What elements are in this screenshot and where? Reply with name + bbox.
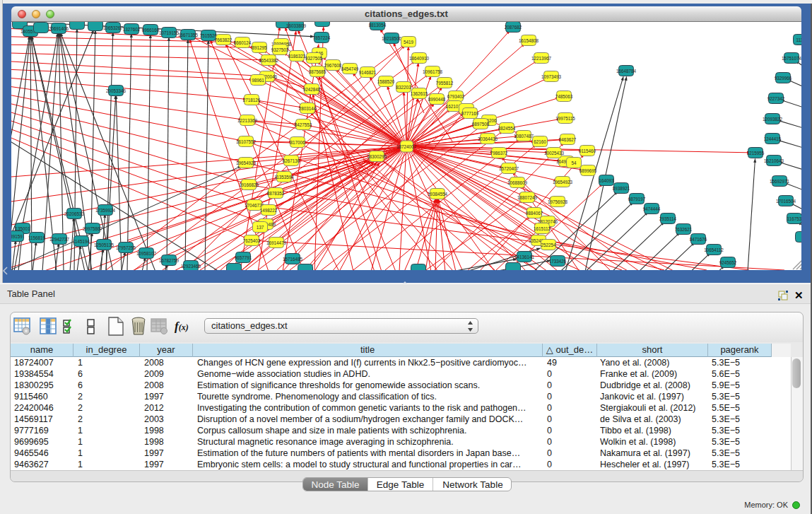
svg-text:19218506: 19218506: [382, 36, 402, 41]
svg-text:3875685: 3875685: [309, 69, 326, 74]
svg-text:1733426: 1733426: [549, 259, 567, 264]
svg-text:16107552: 16107552: [236, 139, 257, 144]
svg-text:8186323: 8186323: [288, 54, 306, 59]
svg-text:252254: 252254: [541, 243, 556, 247]
svg-text:9327505: 9327505: [305, 56, 323, 61]
svg-text:9245652: 9245652: [719, 260, 737, 265]
svg-text:7857224: 7857224: [313, 35, 331, 40]
svg-text:8813054: 8813054: [369, 23, 387, 28]
svg-text:7955812: 7955812: [436, 81, 454, 86]
svg-text:6879197: 6879197: [628, 197, 646, 201]
svg-text:9463627: 9463627: [559, 137, 577, 142]
svg-text:15720407: 15720407: [499, 166, 519, 171]
svg-text:16782759: 16782759: [159, 258, 180, 263]
svg-text:2087682: 2087682: [505, 25, 522, 30]
svg-text:8267130: 8267130: [283, 158, 300, 163]
svg-text:16033809: 16033809: [286, 23, 307, 28]
svg-text:19975115: 19975115: [555, 116, 575, 121]
svg-text:137: 137: [257, 225, 264, 230]
svg-text:9329966: 9329966: [775, 76, 792, 81]
svg-text:9115460: 9115460: [579, 148, 596, 153]
svg-text:20364436: 20364436: [478, 136, 498, 141]
svg-text:18640910: 18640910: [409, 56, 430, 61]
svg-text:1244415: 1244415: [764, 136, 782, 141]
svg-text:891295: 891295: [252, 45, 267, 50]
svg-text:12505135: 12505135: [94, 243, 114, 247]
svg-text:18724007: 18724007: [396, 144, 417, 149]
svg-text:16671355: 16671355: [178, 33, 199, 37]
svg-text:7625402: 7625402: [243, 238, 261, 243]
svg-text:7986372: 7986372: [490, 151, 508, 156]
svg-text:10653267: 10653267: [103, 25, 124, 30]
svg-text:16648784: 16648784: [616, 69, 637, 74]
svg-text:18300295: 18300295: [367, 154, 387, 159]
svg-text:17016504: 17016504: [776, 199, 796, 204]
svg-text:20053346: 20053346: [106, 88, 126, 93]
svg-text:832203: 832203: [396, 85, 411, 90]
svg-text:12093822: 12093822: [763, 117, 783, 122]
svg-text:8660124: 8660124: [234, 40, 252, 45]
svg-text:2935114: 2935114: [659, 216, 677, 221]
svg-text:817006: 817006: [290, 140, 305, 145]
svg-text:10025433: 10025433: [544, 151, 565, 156]
svg-text:2803144: 2803144: [299, 106, 317, 111]
svg-text:1588520: 1588520: [377, 79, 395, 84]
svg-text:135001: 135001: [15, 226, 30, 231]
svg-text:7632621: 7632621: [675, 227, 693, 232]
svg-text:8878352: 8878352: [267, 191, 285, 196]
svg-text:1145194: 1145194: [73, 239, 90, 244]
svg-text:9777169: 9777169: [461, 111, 479, 116]
svg-text:17957255: 17957255: [116, 245, 136, 250]
svg-text:2967608: 2967608: [324, 63, 342, 68]
svg-text:15751074: 15751074: [782, 56, 801, 61]
svg-text:15716485: 15716485: [283, 257, 303, 262]
svg-text:10719155: 10719155: [159, 30, 180, 35]
svg-text:54: 54: [571, 160, 577, 165]
svg-text:19654923: 19654923: [553, 180, 573, 185]
svg-text:10961758: 10961758: [423, 69, 443, 74]
svg-text:12213369: 12213369: [237, 118, 258, 123]
svg-text:1362615: 1362615: [411, 91, 428, 96]
svg-text:6897508: 6897508: [472, 122, 490, 127]
svg-text:10973493: 10973493: [541, 74, 562, 79]
svg-text:9146821: 9146821: [359, 70, 377, 75]
svg-text:19384554: 19384554: [428, 192, 448, 197]
svg-text:1327602: 1327602: [123, 27, 141, 32]
svg-text:8427552: 8427552: [295, 122, 312, 127]
svg-text:29975867: 29975867: [83, 226, 103, 231]
svg-text:39159: 39159: [11, 234, 23, 239]
svg-text:6793402: 6793402: [447, 94, 465, 99]
svg-text:2718126: 2718126: [243, 98, 261, 103]
svg-text:16210643: 16210643: [764, 158, 784, 163]
svg-text:8471676: 8471676: [690, 237, 707, 242]
svg-text:9242848: 9242848: [303, 87, 321, 92]
svg-text:19756928: 19756928: [548, 199, 568, 204]
svg-text:12923465: 12923465: [181, 264, 201, 269]
svg-text:116753: 116753: [787, 216, 801, 221]
svg-text:10654112: 10654112: [704, 247, 724, 252]
svg-text:7485063: 7485063: [555, 94, 573, 99]
svg-text:98961: 98961: [252, 78, 264, 83]
svg-text:8990448: 8990448: [428, 97, 446, 102]
svg-text:17359924: 17359924: [95, 208, 116, 213]
svg-text:12213967: 12213967: [531, 56, 552, 61]
svg-text:11353594: 11353594: [274, 175, 294, 180]
svg-text:164093: 164093: [599, 178, 614, 183]
svg-text:20206533: 20206533: [64, 211, 85, 216]
svg-text:12942737: 12942737: [49, 237, 70, 242]
svg-text:9227342: 9227342: [767, 96, 785, 101]
svg-text:9884067: 9884067: [526, 211, 543, 216]
svg-text:9327503: 9327503: [271, 47, 289, 52]
svg-text:15692971: 15692971: [770, 179, 790, 184]
svg-text:6899695: 6899695: [579, 168, 597, 173]
svg-text:16543382: 16543382: [259, 58, 279, 63]
svg-text:10688609: 10688609: [507, 180, 528, 185]
svg-text:7663822: 7663822: [215, 37, 233, 42]
svg-text:6966160: 6966160: [142, 28, 160, 33]
svg-text:1156819: 1156819: [28, 235, 46, 240]
svg-text:16154808: 16154808: [519, 38, 539, 43]
svg-text:1112: 1112: [796, 37, 801, 42]
svg-text:9474444: 9474444: [643, 206, 661, 211]
svg-text:62160: 62160: [534, 139, 546, 144]
svg-text:8938921: 8938921: [613, 186, 630, 191]
